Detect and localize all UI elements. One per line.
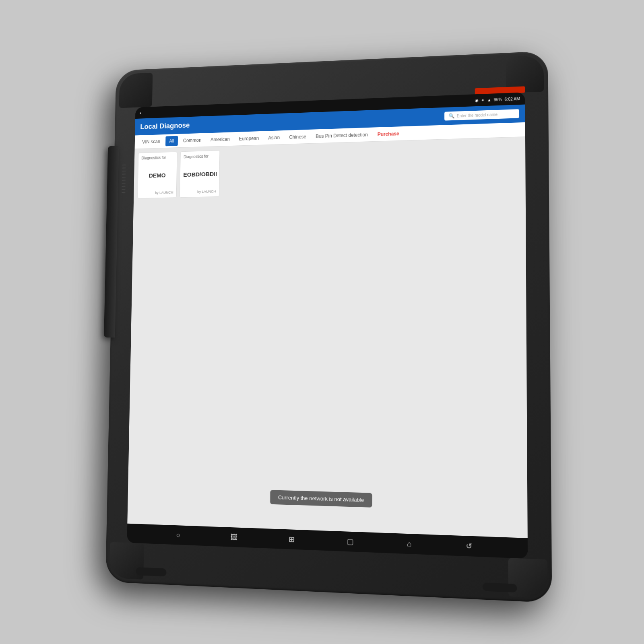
toast-notification: Currently the network is not available bbox=[270, 490, 372, 508]
location-icon: ◉ bbox=[475, 98, 479, 102]
app-screen: Local Diagnose 🔍 Enter the model name VI… bbox=[127, 105, 527, 538]
nav-recents-icon[interactable]: ▢ bbox=[347, 537, 354, 546]
nav-apps-icon[interactable]: ⊞ bbox=[289, 535, 295, 544]
bluetooth-icon: ✦ bbox=[481, 98, 485, 102]
grip-line bbox=[122, 173, 126, 174]
nav-gallery-icon[interactable]: 🖼 bbox=[231, 533, 238, 542]
search-icon: 🔍 bbox=[448, 113, 454, 119]
grip-line bbox=[122, 192, 125, 193]
card-demo[interactable]: Diagnostics for DEMO by LAUNCH bbox=[137, 152, 177, 199]
bumper-bottom-right bbox=[508, 558, 548, 598]
card-eobd[interactable]: Diagnostics for EOBD/OBDII by LAUNCH bbox=[180, 150, 220, 198]
bumper-top-left bbox=[119, 73, 153, 108]
grip-line bbox=[122, 177, 126, 178]
search-placeholder: Enter the model name bbox=[457, 112, 497, 118]
nav-back-icon[interactable]: ↺ bbox=[466, 541, 472, 551]
foot-left bbox=[136, 567, 166, 576]
grip-line bbox=[122, 180, 126, 181]
card-eobd-by: by LAUNCH bbox=[183, 190, 216, 194]
card-eobd-label: Diagnostics for bbox=[184, 154, 217, 159]
tab-chinese[interactable]: Chinese bbox=[285, 131, 310, 142]
tab-bus-pin[interactable]: Bus Pin Detect detection bbox=[312, 129, 372, 141]
tablet-device: ▪ ◉ ✦ ▲ 96% 6:02 AM Local Diagnose 🔍 Ent… bbox=[105, 51, 552, 603]
tab-common[interactable]: Common bbox=[179, 135, 205, 146]
tab-asian[interactable]: Asian bbox=[264, 132, 283, 143]
grip-line bbox=[122, 167, 126, 168]
app-title: Local Diagnose bbox=[140, 121, 190, 131]
clock: 6:02 AM bbox=[505, 96, 520, 101]
grip-texture bbox=[122, 165, 126, 193]
tab-vin-scan[interactable]: VIN scan bbox=[138, 136, 164, 147]
toast-message: Currently the network is not available bbox=[278, 494, 364, 503]
card-demo-by: by LAUNCH bbox=[141, 190, 173, 195]
status-bar-left: ▪ bbox=[140, 111, 141, 115]
screen-bezel: ▪ ◉ ✦ ▲ 96% 6:02 AM Local Diagnose 🔍 Ent… bbox=[127, 92, 528, 559]
grip-line bbox=[122, 186, 126, 187]
grip-line bbox=[122, 171, 126, 171]
signal-icon: ▪ bbox=[140, 111, 141, 115]
content-area: Diagnostics for DEMO by LAUNCH Diagnosti… bbox=[127, 137, 527, 538]
nav-home-icon[interactable]: ⌂ bbox=[407, 539, 411, 548]
search-box[interactable]: 🔍 Enter the model name bbox=[444, 109, 519, 121]
status-bar-right: ◉ ✦ ▲ 96% 6:02 AM bbox=[475, 96, 520, 102]
grip-line bbox=[122, 189, 125, 190]
card-eobd-name: EOBD/OBDII bbox=[183, 171, 216, 178]
grip-line bbox=[122, 165, 126, 165]
grip-line bbox=[122, 183, 126, 184]
foot-right bbox=[483, 582, 517, 592]
card-demo-label: Diagnostics for bbox=[141, 155, 174, 160]
wifi-icon: ▲ bbox=[487, 97, 491, 102]
tab-american[interactable]: American bbox=[206, 134, 233, 145]
tab-european[interactable]: European bbox=[235, 133, 263, 144]
nav-browser-icon[interactable]: ○ bbox=[176, 531, 181, 539]
tab-all[interactable]: All bbox=[165, 136, 178, 146]
tab-purchase[interactable]: Purchase bbox=[374, 128, 403, 139]
battery-level: 96% bbox=[494, 97, 502, 102]
card-demo-name: DEMO bbox=[141, 171, 174, 179]
